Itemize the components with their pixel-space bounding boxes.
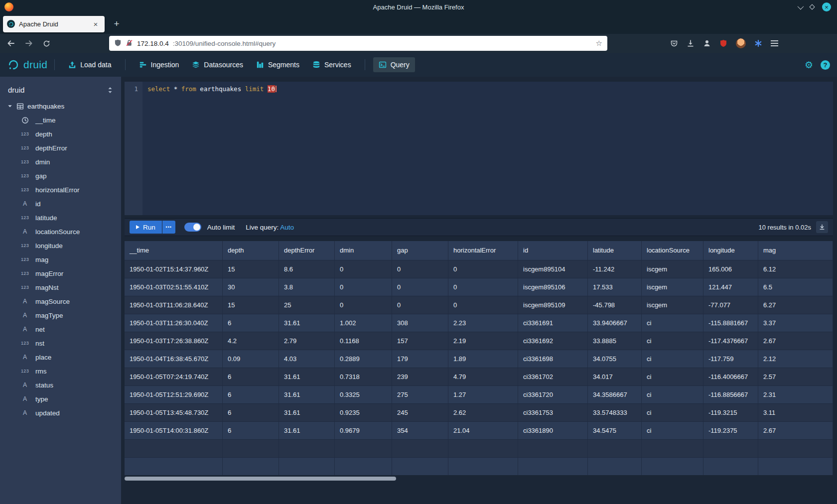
column-item-magType[interactable]: AmagType <box>0 308 121 322</box>
run-button[interactable]: Run <box>130 221 162 234</box>
column-item-locationSource[interactable]: AlocationSource <box>0 225 121 239</box>
table-cell[interactable]: 0.9679 <box>335 422 392 439</box>
table-cell[interactable]: 354 <box>392 422 448 439</box>
table-cell[interactable]: -11.242 <box>588 260 642 278</box>
table-cell[interactable]: 34.5475 <box>588 422 642 439</box>
table-cell[interactable]: 2.31 <box>758 386 833 403</box>
table-cell[interactable]: 0 <box>448 260 518 278</box>
table-cell[interactable]: 0 <box>335 296 392 314</box>
table-cell[interactable]: 1950-01-05T07:24:19.740Z <box>125 368 223 385</box>
table-cell[interactable]: 6 <box>223 404 279 421</box>
column-header-latitude[interactable]: latitude <box>588 241 642 260</box>
table-cell[interactable]: 1950-01-03T11:06:28.640Z <box>125 296 223 314</box>
table-cell[interactable]: 308 <box>392 314 448 332</box>
column-item-mag[interactable]: 123mag <box>0 252 121 266</box>
table-cell[interactable]: 6 <box>223 386 279 403</box>
table-cell[interactable]: 34.3586667 <box>588 386 642 403</box>
table-cell[interactable]: 0.3325 <box>335 386 392 403</box>
help-icon[interactable]: ? <box>821 60 830 70</box>
back-icon[interactable] <box>7 40 15 47</box>
table-cell[interactable]: ci <box>642 332 703 350</box>
table-cell[interactable]: 33.5748333 <box>588 404 642 421</box>
table-cell[interactable]: ci <box>642 314 703 332</box>
table-cell[interactable]: 0 <box>335 260 392 278</box>
table-cell[interactable]: 0 <box>392 260 448 278</box>
new-tab-button[interactable]: + <box>110 17 124 31</box>
table-cell[interactable]: 1.89 <box>448 350 518 368</box>
column-item-nst[interactable]: 123nst <box>0 336 121 350</box>
table-cell[interactable]: 1950-01-03T02:51:55.410Z <box>125 278 223 296</box>
table-cell[interactable]: ci <box>642 350 703 368</box>
sort-icon[interactable] <box>107 87 113 94</box>
table-cell[interactable]: iscgem <box>642 278 703 296</box>
table-cell[interactable]: -119.2375 <box>703 422 758 439</box>
table-cell[interactable]: 6 <box>223 314 279 332</box>
table-cell[interactable]: ci3361692 <box>518 332 588 350</box>
table-cell[interactable]: 6 <box>223 422 279 439</box>
download-results-icon[interactable] <box>816 221 828 233</box>
column-header-dmin[interactable]: dmin <box>335 241 392 260</box>
column-item-magSource[interactable]: AmagSource <box>0 294 121 308</box>
column-item-__time[interactable]: __time <box>0 113 121 127</box>
window-close-icon[interactable]: × <box>822 2 831 11</box>
table-cell[interactable]: -119.3215 <box>703 404 758 421</box>
table-cell[interactable]: 275 <box>392 386 448 403</box>
horizontal-scrollbar[interactable] <box>125 477 833 482</box>
table-cell[interactable]: 239 <box>392 368 448 385</box>
column-header-longitude[interactable]: longitude <box>703 241 758 260</box>
table-cell[interactable]: 2.79 <box>279 332 335 350</box>
table-cell[interactable]: ci3361698 <box>518 350 588 368</box>
table-cell[interactable]: 15 <box>223 296 279 314</box>
url-bar[interactable]: 172.18.0.4:30109/unified-console.html#qu… <box>109 36 607 51</box>
table-cell[interactable]: 2.67 <box>758 332 833 350</box>
menu-icon[interactable] <box>771 40 778 47</box>
scrollbar-thumb[interactable] <box>125 477 396 481</box>
table-cell[interactable]: 1950-01-03T11:26:30.040Z <box>125 314 223 332</box>
profile-avatar[interactable] <box>736 38 746 48</box>
table-cell[interactable]: ci3361702 <box>518 368 588 385</box>
column-item-type[interactable]: Atype <box>0 392 121 406</box>
table-cell[interactable]: 17.533 <box>588 278 642 296</box>
table-cell[interactable]: 0.7318 <box>335 368 392 385</box>
table-cell[interactable]: 33.8885 <box>588 332 642 350</box>
table-cell[interactable]: 21.04 <box>448 422 518 439</box>
table-cell[interactable]: iscgem <box>642 296 703 314</box>
window-maximize-icon[interactable] <box>809 4 815 9</box>
browser-tab[interactable]: Apache Druid × <box>3 16 105 32</box>
column-item-rms[interactable]: 123rms <box>0 364 121 378</box>
column-header-id[interactable]: id <box>518 241 588 260</box>
live-query-value[interactable]: Auto <box>280 224 294 231</box>
table-cell[interactable]: 6 <box>223 368 279 385</box>
column-item-longitude[interactable]: 123longitude <box>0 239 121 252</box>
column-header-horizontalError[interactable]: horizontalError <box>448 241 518 260</box>
column-item-status[interactable]: Astatus <box>0 378 121 392</box>
column-item-depthError[interactable]: 123depthError <box>0 141 121 155</box>
table-cell[interactable]: 25 <box>279 296 335 314</box>
table-cell[interactable]: 31.61 <box>279 368 335 385</box>
column-item-id[interactable]: Aid <box>0 197 121 211</box>
table-cell[interactable]: 6.27 <box>758 296 833 314</box>
table-cell[interactable]: 121.447 <box>703 278 758 296</box>
column-item-latitude[interactable]: 123latitude <box>0 211 121 225</box>
column-item-magError[interactable]: 123magError <box>0 266 121 280</box>
table-cell[interactable]: 3.8 <box>279 278 335 296</box>
column-header-depth[interactable]: depth <box>223 241 279 260</box>
nav-item-segments[interactable]: Segments <box>251 57 305 72</box>
table-cell[interactable]: 31.61 <box>279 386 335 403</box>
table-cell[interactable]: 0 <box>448 296 518 314</box>
table-cell[interactable]: 1.27 <box>448 386 518 403</box>
column-item-magNst[interactable]: 123magNst <box>0 280 121 294</box>
table-cell[interactable]: iscgem895109 <box>518 296 588 314</box>
column-header-mag[interactable]: mag <box>758 241 833 260</box>
table-cell[interactable]: 165.006 <box>703 260 758 278</box>
table-cell[interactable]: 31.61 <box>279 422 335 439</box>
table-cell[interactable]: 4.79 <box>448 368 518 385</box>
table-cell[interactable]: -116.8856667 <box>703 386 758 403</box>
datasource-item-earthquakes[interactable]: earthquakes <box>0 99 121 113</box>
table-cell[interactable]: ci <box>642 422 703 439</box>
column-item-gap[interactable]: 123gap <box>0 169 121 183</box>
table-cell[interactable]: 1950-01-02T15:14:37.960Z <box>125 260 223 278</box>
table-cell[interactable]: 2.62 <box>448 404 518 421</box>
insecure-lock-icon[interactable] <box>126 39 133 48</box>
table-cell[interactable]: 33.9406667 <box>588 314 642 332</box>
